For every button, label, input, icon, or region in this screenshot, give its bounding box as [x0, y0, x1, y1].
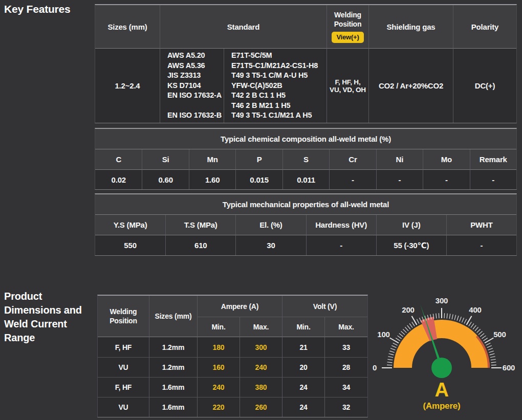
current-row-position: F, HF	[98, 337, 149, 357]
gauge-tick	[486, 343, 490, 345]
gauge-tick	[389, 353, 394, 355]
chem-value: -	[423, 170, 469, 189]
chem-header: P	[235, 149, 282, 170]
mech-header: T.S (MPa)	[165, 215, 235, 235]
current-header-volt-max: Max.	[324, 317, 367, 337]
product-spec-page: Key Features Sizes (mm) Standard Welding…	[0, 0, 522, 420]
spec-polarity-value: DC(+)	[453, 49, 516, 123]
current-row-position: VU	[98, 357, 149, 377]
standard-designation: T49 3 T5-1 C1/M21 A H5	[231, 110, 312, 121]
mech-header: Y.S (MPa)	[95, 215, 165, 235]
chemical-table-title: Typical chemical composition all-weld me…	[95, 129, 516, 149]
gauge-tick	[490, 353, 495, 355]
gauge-tick	[447, 314, 447, 319]
chem-header: Mo	[423, 149, 469, 170]
gauge-unit-symbol: A	[434, 379, 448, 401]
gauge-tick	[412, 316, 417, 325]
standard-org: AWS A5.20	[167, 51, 205, 61]
product-dimensions-heading: Product Dimensions and Weld Current Rang…	[4, 290, 95, 345]
gauge-tick-label: 500	[493, 330, 506, 339]
gauge-tick-label: 100	[377, 330, 389, 339]
mechanical-table-title: Typical mechanical properties of all-wel…	[95, 194, 516, 215]
standard-designation: T42 2 B C1 1 H5	[231, 91, 286, 101]
gauge-tick	[473, 325, 476, 329]
mech-header: IV (J)	[376, 215, 446, 235]
gauge-tick	[390, 338, 399, 343]
gauge-tick	[387, 362, 393, 363]
current-row-amp-min: 220	[197, 397, 240, 417]
spec-standard-designations: E71T-5C/5M E71T5-C1/M21A2-CS1-H8 T49 3 T…	[224, 49, 327, 123]
key-features-heading: Key Features	[4, 3, 71, 15]
ampere-gauge: 0100200300400500600A(Ampere)	[369, 293, 521, 415]
chem-header: C	[95, 149, 142, 170]
spec-welding-position-value: F, HF, H, VU, VD, OH	[327, 49, 368, 123]
gauge-tick	[452, 314, 453, 319]
standard-org: KS D7104	[167, 81, 201, 91]
gauge-tick	[490, 357, 495, 358]
mech-value: 55 (-30℃)	[376, 235, 446, 255]
current-row-amp-max: 380	[240, 377, 282, 397]
current-header-volt: Volt (V)	[282, 296, 367, 317]
spec-sizes-value: 1.2~2.4	[95, 49, 160, 123]
gauge-tick	[467, 316, 472, 325]
current-row-amp-min: 180	[197, 337, 240, 357]
gauge-tick-label: 200	[402, 305, 414, 314]
gauge-tick-label: 0	[373, 363, 377, 372]
chem-header: Cr	[329, 149, 376, 170]
current-row-volt-min: 24	[282, 377, 324, 397]
chem-value: 0.015	[235, 170, 282, 189]
chem-value: 1.60	[189, 170, 235, 189]
current-header-amp-max: Max.	[240, 317, 282, 337]
gauge-tick	[464, 319, 467, 324]
chem-header: S	[282, 149, 329, 170]
standard-org: AWS A5.36	[167, 61, 205, 71]
view-plus-button[interactable]: View(+)	[332, 32, 363, 43]
gauge-tick	[405, 327, 408, 330]
current-row-size: 1.6mm	[149, 397, 197, 417]
mech-value: -	[446, 235, 516, 255]
gauge-tick	[419, 318, 421, 322]
gauge-tick	[409, 323, 412, 327]
standard-designation: YFW-C(A)502B	[231, 81, 282, 91]
spec-header-shielding-gas: Shielding gas	[368, 5, 453, 49]
current-header-amp-min: Min.	[197, 317, 240, 337]
current-row-volt-min: 21	[282, 337, 324, 357]
gauge-tick	[462, 318, 464, 322]
chem-value: -	[376, 170, 423, 189]
gauge-tick	[482, 336, 486, 339]
ampere-gauge-svg: 0100200300400500600A(Ampere)	[369, 293, 521, 415]
current-row-amp-max: 240	[240, 357, 282, 377]
gauge-hub	[431, 358, 452, 378]
standard-org: JIS Z3313	[167, 71, 201, 81]
current-row-volt-max: 28	[324, 357, 367, 377]
current-row-volt-max: 34	[324, 377, 367, 397]
gauge-tick	[436, 314, 437, 319]
current-row-position: F, HF	[98, 377, 149, 397]
gauge-tick	[485, 338, 493, 343]
gauge-tick	[391, 345, 396, 347]
gauge-tick	[454, 315, 456, 320]
chem-value: -	[470, 170, 516, 189]
chem-header: Ni	[376, 149, 423, 170]
spec-standard-orgs: AWS A5.20 AWS A5.36 JIS Z3313 KS D7104 E…	[160, 49, 224, 123]
gauge-tick	[397, 336, 401, 339]
gauge-tick	[457, 316, 459, 321]
mech-header: Hardness (HV)	[306, 215, 376, 235]
current-header-welding-position: Welding Position	[98, 296, 149, 337]
current-header-sizes: Sizes (mm)	[149, 296, 197, 337]
gauge-tick	[387, 359, 393, 360]
current-header-ampere: Ampere (A)	[197, 296, 282, 317]
gauge-tick	[403, 329, 406, 333]
current-header-volt-min: Min.	[282, 317, 324, 337]
gauge-tick	[491, 359, 496, 360]
gauge-tick	[399, 334, 403, 337]
gauge-tick	[469, 322, 471, 326]
mech-value: 610	[165, 235, 235, 255]
gauge-tick	[412, 322, 415, 326]
welding-position-label: Welding Position	[329, 10, 367, 29]
standard-org: EN ISO 17632-A	[167, 91, 222, 101]
chem-header: Si	[142, 149, 188, 170]
standard-org: EN ISO 17632-B	[167, 110, 222, 121]
current-row-size: 1.2mm	[149, 337, 197, 357]
current-row-position: VU	[98, 397, 149, 417]
